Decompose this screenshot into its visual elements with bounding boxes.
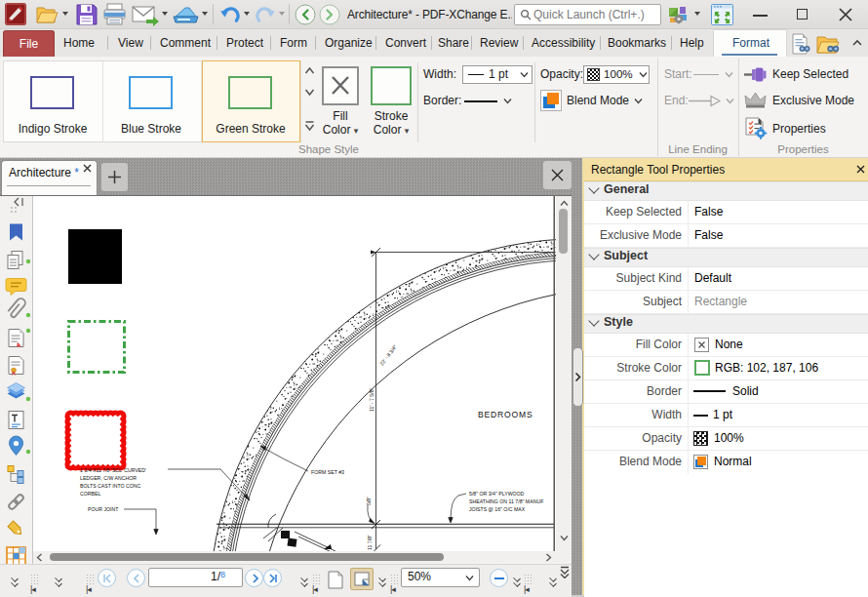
svg-text:5/8": 5/8"	[366, 497, 372, 505]
svg-text:SHEATHING ON 11 7/8" MANUF: SHEATHING ON 11 7/8" MANUF	[469, 498, 543, 504]
svg-text:POUR JOINT: POUR JOINT	[88, 506, 119, 512]
svg-text:1 3/4 X11 7/8 'SCL 'CURVED': 1 3/4 X11 7/8 'SCL 'CURVED'	[80, 467, 146, 473]
svg-text:5/8" OR 3/4" PLYWOOD: 5/8" OR 3/4" PLYWOOD	[469, 491, 525, 497]
svg-text:11 7/8": 11 7/8"	[367, 535, 373, 550]
svg-text:11' - 7 5/8": 11' - 7 5/8"	[369, 387, 375, 412]
svg-text:CORBEL: CORBEL	[80, 491, 100, 497]
svg-text:LEDGER, C/W ANCHOR: LEDGER, C/W ANCHOR	[80, 475, 137, 481]
svg-text:BEDROOMS: BEDROOMS	[478, 410, 533, 419]
svg-text:FORM SET #3: FORM SET #3	[311, 469, 344, 475]
svg-text:BOLTS CAST INTO CONC: BOLTS CAST INTO CONC	[80, 483, 141, 489]
svg-text:22' - 8 3/4": 22' - 8 3/4"	[378, 343, 398, 366]
svg-text:JOISTS @ 16" O/C MAX: JOISTS @ 16" O/C MAX	[469, 506, 526, 512]
